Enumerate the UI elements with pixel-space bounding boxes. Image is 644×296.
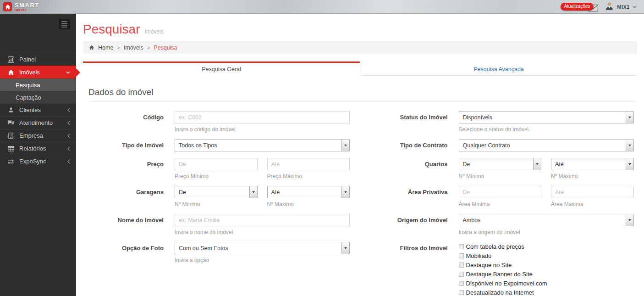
chevron-down-icon	[66, 71, 70, 74]
checkbox-disponivel-no-expoimovel[interactable]: Dispónivel no Expoimovel.com	[459, 280, 634, 287]
area-min-input[interactable]	[459, 186, 542, 198]
breadcrumb-current: Pesquisa	[154, 45, 177, 51]
checkbox-desatualizado-na-internet[interactable]: Desatualizado na Internet	[459, 289, 634, 296]
sidebar-item-label: Empresa	[19, 132, 43, 139]
dropdown-arrow-icon	[626, 158, 633, 170]
breadcrumb-separator: >	[147, 45, 150, 50]
top-navbar: SMART IMÓVEL Atualizações MIX1	[0, 0, 644, 14]
opcao-foto-select[interactable]: Com ou Sem Fotos	[175, 242, 350, 254]
garagens-min-select[interactable]: De	[175, 186, 258, 198]
field-help: Preço Máximo	[267, 173, 350, 179]
origem-imovel-select[interactable]: Ambos	[459, 214, 634, 226]
tab-pesquisa-avancada[interactable]: Pesquisa Avançada	[360, 61, 637, 76]
preco-min-input[interactable]	[175, 158, 258, 170]
tipo-contrato-select[interactable]: Qualquer Contrato	[459, 139, 634, 151]
updates-badge[interactable]: Atualizações	[561, 3, 594, 11]
codigo-input[interactable]	[175, 111, 350, 123]
user-icon	[7, 107, 15, 113]
chevron-left-icon	[67, 134, 70, 138]
field-help: Nº Máximo	[267, 201, 350, 207]
checkbox-icon	[459, 290, 464, 295]
quartos-min-select[interactable]: De	[459, 158, 542, 170]
chevron-left-icon	[67, 108, 70, 112]
chevron-left-icon	[67, 146, 70, 151]
field-label: Opção de Foto	[83, 242, 175, 263]
dropdown-arrow-icon	[626, 214, 633, 226]
field-help: Insira o nome do imóvel	[175, 229, 350, 235]
sidebar-item-exposync[interactable]: ExpoSync	[0, 155, 76, 168]
checkbox-icon	[459, 244, 464, 249]
checkbox-destaque-no-site[interactable]: Destaque no Site	[459, 262, 634, 268]
sidebar-item-relatorios[interactable]: Relatórios	[0, 142, 76, 155]
dropdown-arrow-icon	[249, 186, 257, 198]
field-help: Nº Mínimo	[459, 173, 542, 179]
checkbox-icon	[459, 262, 464, 268]
sidebar-subitem-captacao[interactable]: Captação	[0, 91, 76, 103]
field-area-privativa: Área Privativa Área Mínima Área Máxima	[360, 186, 638, 207]
sidebar-item-atendimento[interactable]: Atendimento	[0, 116, 76, 129]
field-label: Filtros do Imóvel	[360, 242, 459, 296]
field-garagens: Garagens De Nº Mínimo	[83, 186, 360, 207]
user-menu[interactable]: MIX1	[605, 1, 637, 12]
sidebar-item-clientes[interactable]: Clientes	[0, 103, 76, 116]
area-max-input[interactable]	[551, 186, 634, 198]
app-logo[interactable]: SMART IMÓVEL	[0, 2, 39, 11]
sidebar-menu: Painel Imóveis Pesquisa Captação Cliente…	[0, 53, 76, 168]
field-help: Insira a opção	[175, 257, 350, 263]
sidebar-subitem-label: Captação	[16, 94, 41, 101]
field-help: Selecione o status do imóvel.	[459, 126, 634, 133]
status-imovel-select[interactable]: Disponíveis	[459, 111, 634, 123]
breadcrumb-imoveis[interactable]: Imóveis	[124, 45, 143, 51]
preco-max-input[interactable]	[267, 158, 350, 170]
chevron-down-icon	[633, 6, 637, 8]
field-help: Área Mínima	[459, 201, 542, 207]
sidebar-toggle-button[interactable]	[59, 19, 70, 29]
sidebar-item-label: ExpoSync	[19, 158, 46, 165]
chat-icon	[7, 120, 15, 126]
dropdown-arrow-icon	[341, 242, 349, 254]
field-opcao-foto: Opção de Foto Com ou Sem Fotos Insira a …	[83, 242, 360, 263]
building-icon	[7, 133, 15, 139]
dropdown-arrow-icon	[341, 186, 349, 198]
field-label: Tipo de Contrato	[360, 139, 459, 151]
field-label: Tipo de Imóvel	[83, 139, 175, 151]
dropdown-arrow-icon	[341, 140, 349, 151]
checkbox-mobiliado[interactable]: Mobiliado	[459, 252, 634, 259]
sidebar-item-label: Relatórios	[19, 145, 46, 152]
sidebar-item-painel[interactable]: Painel	[0, 53, 76, 66]
quartos-max-select[interactable]: Até	[551, 158, 634, 170]
dropdown-arrow-icon	[533, 158, 541, 170]
page-header: Pesquisar imóveis	[76, 14, 644, 37]
field-label: Status do Imóvel	[360, 111, 459, 133]
sidebar-subitem-label: Pesquisa	[16, 82, 40, 89]
brand-name: SMART	[15, 2, 39, 8]
field-label: Quartos	[360, 158, 459, 179]
sidebar-item-label: Imóveis	[19, 69, 40, 76]
field-nome-imovel: Nome do Imóvel Insira o nome do imóvel	[83, 214, 360, 235]
sidebar-item-empresa[interactable]: Empresa	[0, 129, 76, 142]
field-origem-imovel: Origem do Imóvel Ambos Insira a origem d…	[360, 214, 638, 235]
garagens-max-select[interactable]: Até	[267, 186, 350, 198]
checkbox-com-tabela-de-precos[interactable]: Com tabela de preços	[459, 243, 634, 250]
field-codigo: Código Insira o código do imóvel	[83, 111, 360, 133]
field-tipo-imovel: Tipo de Imóvel Todos os Tipos	[83, 139, 360, 151]
field-label: Área Privativa	[360, 186, 459, 207]
sidebar-item-label: Atendimento	[19, 119, 53, 126]
avatar	[605, 1, 614, 12]
breadcrumb-home[interactable]: Home	[98, 45, 113, 51]
field-help: Insira a origem do imóvel	[459, 229, 634, 235]
tab-pesquisa-geral[interactable]: Pesquisa Geral	[83, 61, 360, 76]
bar-chart-icon	[7, 56, 15, 63]
chevron-left-icon	[67, 121, 70, 125]
field-label: Nome do Imóvel	[83, 214, 175, 235]
table-icon	[7, 146, 15, 151]
tipo-imovel-select[interactable]: Todos os Tipos	[175, 139, 350, 151]
sidebar-subitem-pesquisa[interactable]: Pesquisa	[0, 78, 76, 91]
nome-imovel-input[interactable]	[175, 214, 350, 226]
field-label: Origem do Imóvel	[360, 214, 459, 235]
checkbox-destaque-banner-do-site[interactable]: Destaque Banner do Site	[459, 271, 634, 278]
breadcrumb: Home > Imóveis > Pesquisa	[83, 41, 637, 54]
sidebar-item-imoveis[interactable]: Imóveis	[0, 66, 76, 78]
brand-subname: IMÓVEL	[15, 9, 39, 11]
sync-arrows-icon	[7, 159, 15, 164]
